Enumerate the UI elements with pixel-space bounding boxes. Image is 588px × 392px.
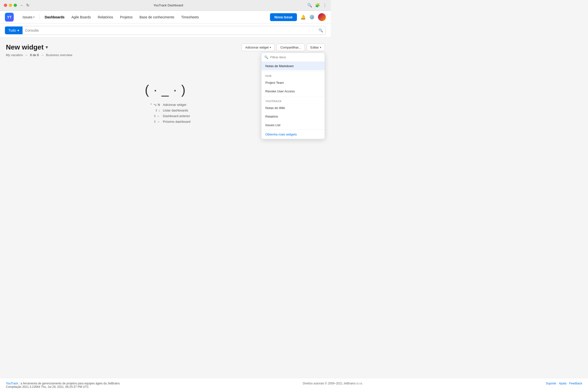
subtitle-business-overview: Business overview [46, 53, 72, 57]
add-widget-dropdown: 🔍 Notas de Markdown Hub Project Team Rev… [261, 53, 325, 139]
more-icon[interactable]: ⋮ [323, 3, 327, 8]
search-input[interactable] [25, 28, 318, 32]
search-input-wrap: 🔍 [22, 26, 326, 35]
extensions-icon[interactable]: 🧩 [315, 3, 320, 8]
shortcut-add-widget: ⌃ ⌥ N Adicionar widget [140, 103, 190, 106]
shortcut-list-dashboards: ⇧ ↓ Listar dashboards [140, 108, 190, 112]
notifications-icon[interactable]: 🔔 [300, 14, 306, 20]
header-right: Nova Issue 🔔 ⚙️ [270, 13, 326, 21]
chevron-down-icon: ▾ [320, 46, 321, 49]
shortcut-keys-add: ⌃ ⌥ N [140, 103, 160, 106]
dashboard-title: New widget ▾ [6, 43, 48, 51]
nav-item-timesheets[interactable]: Timesheets [178, 14, 202, 20]
nav-prev-icon[interactable]: ← [25, 53, 28, 57]
dropdown-hub-label: Hub [262, 72, 324, 78]
nav-item-agile-boards[interactable]: Agile Boards [68, 14, 94, 20]
app-header: YT Issues ▾ Dashboards Agile Boards Rela… [0, 11, 331, 24]
tudo-button[interactable]: Tudo ▾ [5, 26, 22, 34]
dashboard-toolbar: Adicionar widget ▾ Compartilhar... Edita… [242, 44, 325, 51]
shortcut-keys-list: ⇧ ↓ [140, 109, 160, 112]
dropdown-divider-1 [262, 71, 324, 72]
chevron-down-icon: ▾ [33, 16, 34, 18]
shortcut-keys-next: ⇧ → [140, 120, 160, 124]
dropdown-search-area: 🔍 [262, 53, 324, 62]
empty-face: ( · _ · ) [145, 82, 186, 97]
dropdown-item-notas-wiki[interactable]: Notas do Wiki [262, 104, 324, 112]
app-logo: YT [5, 13, 14, 22]
settings-icon[interactable]: ⚙️ [309, 14, 314, 20]
dropdown-search-input[interactable] [270, 55, 322, 59]
page-counter: 8 de 8 [30, 53, 39, 57]
avatar[interactable] [318, 13, 326, 21]
browser-nav: ← ↻ [20, 3, 30, 8]
chevron-down-icon: ▾ [270, 46, 271, 49]
search-submit-icon[interactable]: 🔍 [318, 28, 323, 32]
chevron-down-icon: ▾ [18, 28, 19, 32]
dashboard-title-row: New widget ▾ Adicionar widget ▾ Comparti… [6, 43, 325, 51]
browser-address: YouTrack Dashboard [32, 4, 304, 7]
search-icon[interactable]: 🔍 [307, 3, 312, 8]
shortcut-keys-prev: ⇧ ← [140, 114, 160, 118]
shortcut-next-dashboard: ⇧ → Próximo dashboard [140, 120, 190, 124]
empty-shortcuts: ⌃ ⌥ N Adicionar widget ⇧ ↓ Listar dashbo… [140, 103, 190, 124]
maximize-button[interactable] [14, 4, 17, 7]
close-button[interactable] [4, 4, 7, 7]
search-bar: Tudo ▾ 🔍 [0, 24, 331, 38]
subtitle-my-vacation: My vacation [6, 53, 23, 57]
nav-next-icon[interactable]: → [41, 53, 44, 57]
obtenha-mais-widgets-link[interactable]: Obtenha mais widgets [265, 132, 297, 136]
browser-actions: 🔍 🧩 ⋮ [307, 3, 327, 8]
minimize-button[interactable] [9, 4, 12, 7]
dropdown-item-project-team[interactable]: Project Team [262, 78, 324, 87]
nav-item-issues[interactable]: Issues ▾ [20, 14, 38, 20]
nav-item-base-conhecimento[interactable]: Base de conhecimento [136, 14, 177, 20]
share-button[interactable]: Compartilhar... [276, 44, 305, 51]
dropdown-item-notas-markdown[interactable]: Notas de Markdown [262, 62, 324, 70]
dropdown-footer: Obtenha mais widgets [262, 129, 324, 139]
shortcut-prev-dashboard: ⇧ ← Dashboard anterior [140, 114, 190, 118]
main-content: New widget ▾ Adicionar widget ▾ Comparti… [0, 38, 331, 138]
reload-icon[interactable]: ↻ [26, 3, 30, 8]
dropdown-item-issues-list[interactable]: Issues List [262, 121, 324, 129]
traffic-lights [4, 4, 17, 7]
nova-issue-button[interactable]: Nova Issue [270, 13, 297, 21]
edit-button[interactable]: Editar ▾ [307, 44, 325, 51]
dropdown-youtrack-label: YouTrack [262, 98, 324, 104]
dropdown-item-relatorio[interactable]: Relatório [262, 112, 324, 121]
title-chevron-down-icon[interactable]: ▾ [46, 44, 48, 50]
nav-item-projetos[interactable]: Projetos [117, 14, 136, 20]
add-widget-button[interactable]: Adicionar widget ▾ [242, 44, 275, 51]
nav-separator [40, 15, 40, 20]
dropdown-search-icon: 🔍 [264, 55, 268, 59]
nav-item-relatorios[interactable]: Relatórios [95, 14, 116, 20]
app-nav: Issues ▾ Dashboards Agile Boards Relatór… [20, 14, 264, 20]
dropdown-item-revoke-user-access[interactable]: Revoke User Access [262, 87, 324, 96]
browser-chrome: ← ↻ YouTrack Dashboard 🔍 🧩 ⋮ [0, 0, 331, 11]
dropdown-divider-2 [262, 96, 324, 97]
back-icon[interactable]: ← [20, 3, 24, 8]
nav-item-dashboards[interactable]: Dashboards [42, 14, 68, 20]
